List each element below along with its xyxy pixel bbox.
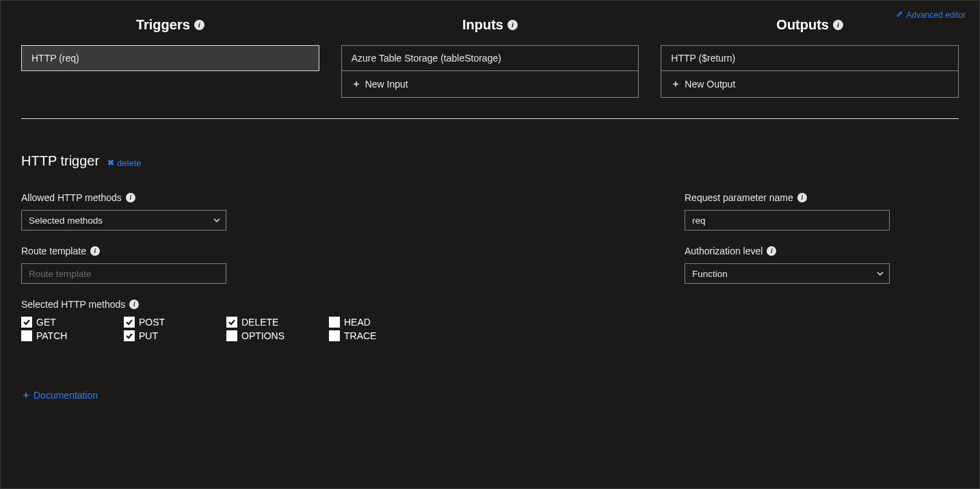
auth-level-label: Authorization level i <box>685 246 890 256</box>
output-item-label: HTTP ($return) <box>671 53 735 64</box>
bindings-columns: Triggers i HTTP (req) Inputs i Azure Tab… <box>21 17 959 98</box>
triggers-column: Triggers i HTTP (req) <box>21 17 319 98</box>
outputs-column: Outputs i HTTP ($return) ＋ New Output <box>661 17 959 98</box>
method-checkbox-head[interactable]: HEAD <box>329 317 432 328</box>
section-divider <box>21 118 959 119</box>
form-col-left: Allowed HTTP methods i Route template i <box>21 192 432 341</box>
inputs-title: Inputs i <box>341 17 639 33</box>
method-label: OPTIONS <box>241 330 284 341</box>
plus-icon: ＋ <box>352 78 361 90</box>
input-item-label: Azure Table Storage (tableStorage) <box>352 53 501 64</box>
method-checkbox-patch[interactable]: PATCH <box>21 330 124 341</box>
integrate-page: Advanced editor Triggers i HTTP (req) In… <box>0 0 980 489</box>
auth-level-value[interactable] <box>685 263 890 284</box>
method-label: HEAD <box>344 317 371 328</box>
trigger-item-label: HTTP (req) <box>31 53 79 64</box>
plus-icon: ＋ <box>21 389 31 401</box>
new-input-button[interactable]: ＋ New Input <box>341 70 639 98</box>
triggers-title: Triggers i <box>21 17 319 33</box>
method-label: DELETE <box>241 317 278 328</box>
allowed-methods-label: Allowed HTTP methods i <box>21 192 432 203</box>
method-label: PUT <box>139 330 158 341</box>
input-item-tablestorage[interactable]: Azure Table Storage (tableStorage) <box>341 45 639 71</box>
info-icon[interactable]: i <box>833 20 843 30</box>
auth-level-label-text: Authorization level <box>685 246 763 256</box>
auth-level-select[interactable] <box>685 263 890 284</box>
selected-methods-label-text: Selected HTTP methods <box>21 299 125 310</box>
documentation-link[interactable]: ＋ Documentation <box>21 389 98 401</box>
methods-grid: GETPOSTDELETEHEADPATCHPUTOPTIONSTRACE <box>21 317 432 341</box>
request-param-label-text: Request parameter name <box>685 192 793 203</box>
pencil-icon <box>896 10 903 20</box>
method-checkbox-get[interactable]: GET <box>21 317 124 328</box>
method-checkbox-put[interactable]: PUT <box>124 330 226 341</box>
close-icon: ✖ <box>107 158 114 168</box>
method-label: POST <box>139 317 165 328</box>
checkbox-mark <box>21 330 32 341</box>
info-icon[interactable]: i <box>767 246 776 256</box>
advanced-editor-link[interactable]: Advanced editor <box>896 10 966 20</box>
trigger-item-http[interactable]: HTTP (req) <box>21 45 319 71</box>
delete-label: delete <box>117 158 141 168</box>
checkbox-mark <box>226 330 237 341</box>
documentation-label: Documentation <box>34 390 98 401</box>
method-checkbox-trace[interactable]: TRACE <box>329 330 432 341</box>
request-param-field: Request parameter name i <box>685 192 890 230</box>
selected-methods-field: Selected HTTP methods i GETPOSTDELETEHEA… <box>21 299 432 341</box>
allowed-methods-value[interactable] <box>21 210 226 230</box>
request-param-label: Request parameter name i <box>685 192 890 203</box>
method-checkbox-delete[interactable]: DELETE <box>226 317 329 328</box>
method-label: TRACE <box>344 330 376 341</box>
info-icon[interactable]: i <box>797 193 807 202</box>
new-input-label: New Input <box>365 79 408 90</box>
form-row: Allowed HTTP methods i Route template i <box>21 192 959 341</box>
delete-link[interactable]: ✖ delete <box>107 158 141 168</box>
inputs-column: Inputs i Azure Table Storage (tableStora… <box>341 17 639 98</box>
advanced-editor-label: Advanced editor <box>906 10 966 20</box>
auth-level-field: Authorization level i <box>685 246 890 284</box>
detail-title: HTTP trigger <box>21 153 99 169</box>
info-icon[interactable]: i <box>507 20 518 30</box>
checkbox-mark <box>21 317 32 328</box>
checkbox-mark <box>124 330 135 341</box>
info-icon[interactable]: i <box>90 246 100 256</box>
outputs-title-text: Outputs <box>776 17 829 33</box>
triggers-title-text: Triggers <box>136 17 190 33</box>
output-item-http[interactable]: HTTP ($return) <box>661 45 959 71</box>
checkbox-mark <box>329 317 340 328</box>
route-template-input[interactable] <box>21 263 226 284</box>
route-template-label-text: Route template <box>21 246 86 256</box>
checkbox-mark <box>226 317 237 328</box>
route-template-label: Route template i <box>21 246 432 256</box>
method-checkbox-options[interactable]: OPTIONS <box>226 330 329 341</box>
inputs-title-text: Inputs <box>462 17 503 33</box>
selected-methods-label: Selected HTTP methods i <box>21 299 432 310</box>
allowed-methods-select[interactable] <box>21 210 226 230</box>
info-icon[interactable]: i <box>194 20 204 30</box>
route-template-field: Route template i <box>21 246 432 284</box>
request-param-input[interactable] <box>685 210 890 230</box>
checkbox-mark <box>124 317 135 328</box>
method-label: GET <box>36 317 56 328</box>
allowed-methods-label-text: Allowed HTTP methods <box>21 192 122 203</box>
info-icon[interactable]: i <box>126 193 135 202</box>
checkbox-mark <box>329 330 340 341</box>
new-output-button[interactable]: ＋ New Output <box>661 70 959 98</box>
form-col-right: Request parameter name i Authorization l… <box>685 192 890 341</box>
new-output-label: New Output <box>685 79 735 90</box>
plus-icon: ＋ <box>671 78 680 90</box>
allowed-methods-field: Allowed HTTP methods i <box>21 192 432 230</box>
info-icon[interactable]: i <box>129 300 139 309</box>
method-label: PATCH <box>36 330 67 341</box>
method-checkbox-post[interactable]: POST <box>124 317 226 328</box>
detail-header: HTTP trigger ✖ delete <box>21 153 959 169</box>
